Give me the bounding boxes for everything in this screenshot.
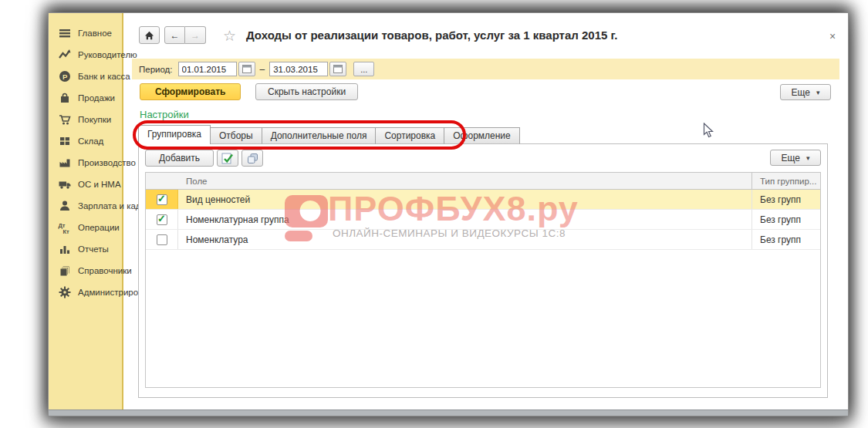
dt-kt-icon: ДтКт <box>58 221 71 234</box>
table-row-vid-cennostej[interactable]: ✓ Вид ценностей Без групп <box>146 190 820 210</box>
row-group-type: Без групп <box>751 210 820 229</box>
sidebar-item-rukovoditelyu[interactable]: Руководителю <box>49 44 122 66</box>
sidebar-item-os-i-nma[interactable]: ОС и НМА <box>49 174 122 195</box>
period-to-calendar-button[interactable] <box>329 62 346 76</box>
sidebar-item-label: Отчеты <box>78 244 109 254</box>
period-label: Период: <box>139 65 173 74</box>
home-button[interactable] <box>139 26 160 44</box>
table-row-nomenklaturnaya-gruppa[interactable]: ✓ Номенклатурная группа Без групп <box>146 210 820 230</box>
sidebar-item-operacii[interactable]: ДтКт Операции <box>49 217 122 238</box>
factory-icon <box>58 157 71 170</box>
shopping-cart-icon <box>58 113 71 126</box>
page-title: Доходы от реализации товаров, работ, усл… <box>246 29 617 42</box>
sales-bag-icon <box>58 92 71 105</box>
sidebar-item-label: Покупки <box>78 115 111 124</box>
grouping-panel: Добавить Еще ▾ Поле Тип группир... ✓ Вид… <box>138 143 828 398</box>
more-label: Еще <box>792 87 810 98</box>
check-all-icon <box>221 153 234 164</box>
menu-icon <box>58 27 71 40</box>
row-checkbox[interactable]: ✓ <box>157 214 167 225</box>
row-group-type: Без групп <box>751 190 820 209</box>
mouse-cursor <box>703 123 714 141</box>
sidebar-item-label: Главное <box>78 29 112 38</box>
app-window: Главное Руководителю P Банк и касса Прод… <box>48 12 849 416</box>
period-from-input[interactable] <box>178 62 237 76</box>
uncheck-all-icon <box>247 153 258 164</box>
sidebar-item-sklad[interactable]: Склад <box>49 130 122 152</box>
sidebar-item-label: Операции <box>78 223 120 232</box>
tab-gruppirovka[interactable]: Группировка <box>138 125 211 144</box>
sidebar-item-pokupki[interactable]: Покупки <box>49 109 122 130</box>
sidebar-item-label: ОС и НМА <box>78 180 121 189</box>
warehouse-icon <box>58 135 71 148</box>
sidebar-item-label: Руководителю <box>78 50 137 59</box>
sidebar-item-label: Справочники <box>78 266 132 275</box>
sidebar-item-label: Производство <box>78 158 136 167</box>
period-from-calendar-button[interactable] <box>238 62 255 76</box>
row-field-label: Номенклатура <box>178 230 751 249</box>
row-field-label: Вид ценностей <box>178 190 751 209</box>
truck-icon <box>58 178 71 191</box>
sidebar-item-spravochniki[interactable]: Справочники <box>49 260 122 281</box>
sidebar-item-proizvodstvo[interactable]: Производство <box>49 152 122 174</box>
person-icon <box>58 200 71 213</box>
sidebar: Главное Руководителю P Банк и касса Прод… <box>49 13 123 409</box>
tab-sortirovka[interactable]: Сортировка <box>375 127 444 144</box>
history-nav: ← → <box>164 26 206 44</box>
generate-report-button[interactable]: Сформировать <box>140 83 241 100</box>
trend-chart-icon <box>58 49 71 62</box>
bar-chart-icon <box>58 243 71 256</box>
favorite-star-icon[interactable]: ☆ <box>223 27 236 45</box>
row-checkbox[interactable]: ✓ <box>157 194 167 205</box>
table-header: Поле Тип группир... <box>146 173 820 190</box>
bank-icon: P <box>58 70 71 83</box>
books-icon <box>58 265 71 278</box>
grouping-table: Поле Тип группир... ✓ Вид ценностей Без … <box>145 172 821 388</box>
sidebar-item-label: Склад <box>78 136 103 146</box>
calendar-icon <box>242 65 252 73</box>
uncheck-all-button[interactable] <box>241 150 263 167</box>
tab-otbory[interactable]: Отборы <box>210 127 262 144</box>
field-column-header[interactable]: Поле <box>178 173 751 189</box>
sidebar-item-label: Продажи <box>78 93 115 103</box>
tab-oformlenie[interactable]: Оформление <box>444 127 519 144</box>
checkmark-icon: ✓ <box>157 214 166 224</box>
check-all-button[interactable] <box>217 150 238 167</box>
sidebar-item-prodazhi[interactable]: Продажи <box>49 87 122 109</box>
sidebar-item-glavnoe[interactable]: Главное <box>49 22 122 44</box>
period-to-input[interactable] <box>269 62 328 76</box>
settings-title: Настройки <box>140 109 189 120</box>
period-bar: Период: – ... <box>132 59 839 79</box>
row-checkbox[interactable] <box>157 234 167 245</box>
row-group-type: Без групп <box>751 230 820 249</box>
checkbox-column-header <box>146 173 178 189</box>
group-type-column-header[interactable]: Тип группир... <box>751 173 820 189</box>
row-field-label: Номенклатурная группа <box>178 210 751 229</box>
svg-text:P: P <box>62 72 68 81</box>
gear-icon <box>58 286 71 299</box>
period-options-button[interactable]: ... <box>353 62 374 76</box>
sidebar-item-bank-i-kassa[interactable]: P Банк и касса <box>49 66 122 87</box>
checkmark-icon: ✓ <box>157 194 166 204</box>
add-button[interactable]: Добавить <box>145 150 214 167</box>
more-button-top[interactable]: Еще ▾ <box>780 84 831 100</box>
chevron-down-icon: ▾ <box>816 89 820 96</box>
back-button[interactable]: ← <box>164 26 185 44</box>
calendar-icon <box>333 65 343 73</box>
table-row-nomenklatura[interactable]: Номенклатура Без групп <box>146 230 820 250</box>
forward-button[interactable]: → <box>185 26 206 44</box>
tab-dopolnitelnye-polya[interactable]: Дополнительные поля <box>262 127 377 144</box>
svg-text:Кт: Кт <box>63 227 70 234</box>
chevron-down-icon: ▾ <box>806 154 810 162</box>
sidebar-item-administrirovanie[interactable]: Администрирование <box>49 281 122 303</box>
sidebar-item-label: Банк и касса <box>78 72 130 81</box>
settings-tabs: Группировка Отборы Дополнительные поля С… <box>138 125 519 144</box>
more-button-panel[interactable]: Еще ▾ <box>770 150 821 166</box>
sidebar-item-otchety[interactable]: Отчеты <box>49 238 122 260</box>
home-icon <box>144 31 154 40</box>
window-bottom-edge <box>49 409 848 416</box>
close-icon[interactable]: × <box>829 30 836 42</box>
sidebar-item-zarplata-i-kadry[interactable]: Зарплата и кадры <box>49 195 122 217</box>
more-label: Еще <box>782 153 800 163</box>
hide-settings-button[interactable]: Скрыть настройки <box>255 83 358 100</box>
